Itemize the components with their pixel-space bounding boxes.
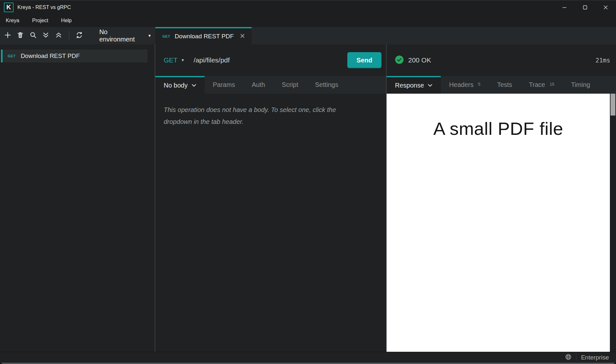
response-tab-strip: Response Headers 5 Tests Trace 15 <box>387 76 616 94</box>
statusbar-separator <box>576 354 576 361</box>
sidebar-item-download-rest-pdf[interactable]: GET Download REST PDF <box>1 50 148 62</box>
maximize-icon <box>583 5 587 10</box>
scrollbar-thumb[interactable] <box>611 94 615 116</box>
search-button[interactable] <box>29 32 37 40</box>
tab-download-rest-pdf[interactable]: GET Download REST PDF <box>155 27 252 44</box>
plus-icon <box>4 32 11 40</box>
operations-sidebar: GET Download REST PDF <box>0 44 155 352</box>
status-bar: Enterprise <box>0 352 616 363</box>
url-input[interactable]: /api/files/pdf <box>194 56 343 64</box>
tab-badge: 5 <box>478 82 480 87</box>
kreya-logo-icon: K <box>4 3 14 12</box>
expand-all-button[interactable] <box>42 32 50 40</box>
tab-label: Script <box>282 81 298 89</box>
response-status-row: 200 OK 21ms <box>387 44 616 76</box>
environment-label: No environment <box>99 28 144 43</box>
tab-title: Download REST PDF <box>175 33 234 40</box>
top-band: No environment ▼ GET Download REST PDF <box>0 27 616 44</box>
menu-project[interactable]: Project <box>32 18 48 23</box>
response-duration: 21ms <box>595 57 610 64</box>
tab-params[interactable]: Params <box>205 76 244 94</box>
tab-label: Params <box>213 81 235 89</box>
menu-help[interactable]: Help <box>61 18 72 23</box>
globe-icon[interactable] <box>565 354 572 361</box>
operation-name: Download REST PDF <box>21 52 80 60</box>
refresh-icon <box>76 32 83 40</box>
environment-dropdown[interactable]: No environment ▼ <box>99 28 151 43</box>
tab-timing[interactable]: Timing <box>563 76 598 94</box>
search-icon <box>30 32 37 40</box>
tab-label: Response <box>395 82 424 89</box>
double-chevron-up-icon <box>55 32 62 40</box>
window-controls <box>554 0 616 14</box>
trash-icon <box>17 32 24 40</box>
chevron-down-icon: ▼ <box>181 58 185 62</box>
tab-settings[interactable]: Settings <box>307 76 347 94</box>
delete-button[interactable] <box>17 32 24 40</box>
minimize-button[interactable] <box>554 0 575 14</box>
add-operation-button[interactable] <box>4 32 12 40</box>
app-window: K Kreya - REST vs gRPC Kreya Project <box>0 0 616 364</box>
success-check-icon <box>395 55 404 65</box>
tab-trace[interactable]: Trace 15 <box>521 76 563 94</box>
method-dropdown[interactable]: GET ▼ <box>164 56 185 64</box>
refresh-button[interactable] <box>76 32 83 40</box>
request-tab-strip: No body Params Auth Script Settings <box>155 76 386 94</box>
tab-label: Auth <box>252 81 265 89</box>
menu-bar: Kreya Project Help <box>0 14 616 27</box>
pdf-preview-page: A small PDF file <box>387 94 610 352</box>
close-icon <box>240 33 245 39</box>
tab-headers[interactable]: Headers 5 <box>441 76 489 94</box>
chevron-down-icon <box>428 84 432 87</box>
method-badge: GET <box>8 54 15 58</box>
response-preview: A small PDF file <box>387 94 616 352</box>
tab-label: Headers <box>449 81 474 89</box>
menu-kreya[interactable]: Kreya <box>6 18 19 23</box>
minimize-icon <box>562 5 567 10</box>
tab-method-badge: GET <box>162 34 170 38</box>
pdf-document-text: A small PDF file <box>387 118 610 139</box>
window-title: Kreya - REST vs gRPC <box>17 5 71 10</box>
response-panel: 200 OK 21ms Response Headers 5 Tests <box>387 44 616 352</box>
request-panel: GET ▼ /api/files/pdf Send No body Params <box>155 44 387 352</box>
sidebar-toolbar: No environment ▼ <box>0 27 155 44</box>
main-area: GET Download REST PDF GET ▼ /api/files/p… <box>0 44 616 352</box>
tab-label: Trace <box>529 81 545 89</box>
close-icon <box>603 5 608 10</box>
title-bar: K Kreya - REST vs gRPC <box>0 0 616 14</box>
document-tab-strip: GET Download REST PDF <box>155 27 616 44</box>
tab-label: No body <box>164 82 188 89</box>
double-chevron-down-icon <box>42 32 49 40</box>
chevron-down-icon: ▼ <box>148 34 151 38</box>
tab-badge: 15 <box>550 82 554 87</box>
tab-script[interactable]: Script <box>274 76 307 94</box>
collapse-all-button[interactable] <box>55 32 63 40</box>
license-label: Enterprise <box>581 354 609 361</box>
tab-auth[interactable]: Auth <box>243 76 273 94</box>
tab-no-body[interactable]: No body <box>155 76 205 94</box>
preview-scrollbar[interactable] <box>610 94 616 352</box>
chevron-down-icon <box>192 84 196 87</box>
window-bottom-edge <box>0 363 616 364</box>
send-button[interactable]: Send <box>347 52 381 68</box>
close-button[interactable] <box>595 0 616 14</box>
toolbar-separator <box>69 31 69 40</box>
tab-close-button[interactable] <box>240 33 245 39</box>
status-code: 200 OK <box>408 56 431 64</box>
tab-label: Timing <box>571 81 590 89</box>
tab-label: Tests <box>497 81 512 89</box>
method-label: GET <box>164 56 178 64</box>
tab-tests[interactable]: Tests <box>489 76 521 94</box>
tab-label: Settings <box>315 81 338 89</box>
url-row: GET ▼ /api/files/pdf Send <box>155 44 386 76</box>
tab-response[interactable]: Response <box>387 76 441 94</box>
no-body-hint: This operation does not have a body. To … <box>155 94 365 128</box>
maximize-button[interactable] <box>575 0 595 14</box>
